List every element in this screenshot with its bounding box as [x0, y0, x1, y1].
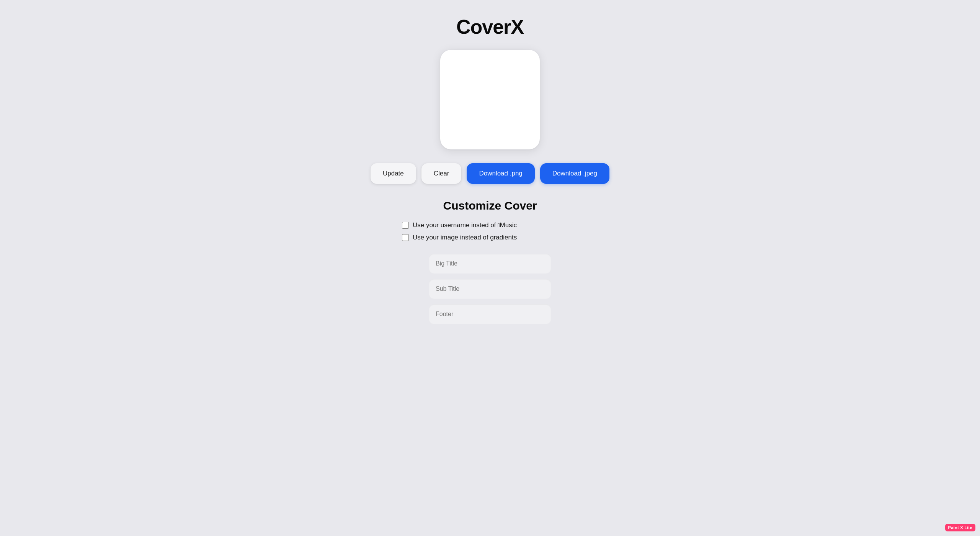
download-jpeg-button[interactable]: Download .jpeg — [540, 163, 609, 184]
checkbox-username[interactable] — [402, 222, 409, 229]
customize-title: Customize Cover — [443, 199, 537, 212]
cover-preview — [440, 50, 540, 149]
footer-input[interactable] — [429, 304, 551, 324]
paint-badge: Paint X Lite — [945, 524, 976, 531]
checkboxes-container: Use your username insted of Music Use y… — [394, 221, 517, 241]
download-png-button[interactable]: Download .png — [467, 163, 534, 184]
checkbox-username-label[interactable]: Use your username insted of Music — [402, 221, 517, 229]
app-title: CoverX — [456, 15, 524, 38]
text-inputs-container — [429, 254, 551, 324]
action-buttons: Update Clear Download .png Download .jpe… — [371, 163, 609, 184]
checkbox-image-text: Use your image instead of gradients — [413, 234, 517, 241]
big-title-input[interactable] — [429, 254, 551, 274]
sub-title-input[interactable] — [429, 279, 551, 299]
update-button[interactable]: Update — [371, 163, 416, 184]
checkbox-image-label[interactable]: Use your image instead of gradients — [402, 234, 517, 241]
clear-button[interactable]: Clear — [421, 163, 462, 184]
checkbox-username-text: Use your username insted of Music — [413, 221, 517, 229]
checkbox-image[interactable] — [402, 234, 409, 241]
customize-section: Customize Cover Use your username insted… — [394, 199, 586, 324]
